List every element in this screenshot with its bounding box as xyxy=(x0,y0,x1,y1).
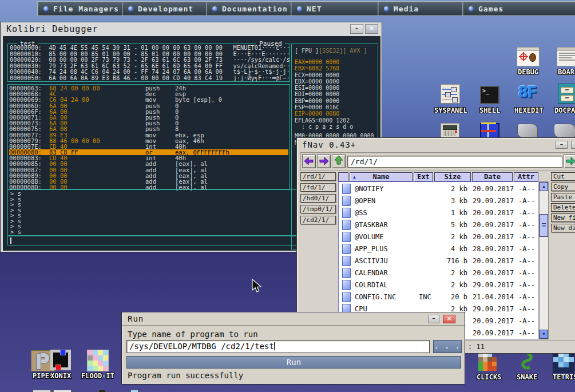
file-icon xyxy=(342,208,351,218)
pipe-stem xyxy=(37,354,41,369)
back-button[interactable] xyxy=(302,155,316,168)
chip-icon[interactable] xyxy=(554,124,575,138)
place-button-hd01[interactable]: /hd0/1/ xyxy=(300,194,336,203)
minimize-icon[interactable]: – xyxy=(428,315,439,323)
shell-icon[interactable]: >_ xyxy=(480,86,499,104)
action-button-copy[interactable]: Copy xyxy=(551,183,575,191)
menu-item-label: Development xyxy=(138,5,193,13)
go-button[interactable] xyxy=(564,155,575,168)
partial-icon[interactable] xyxy=(130,390,138,392)
place-button-fd1[interactable]: /fd/1/ xyxy=(300,183,336,192)
column-header-icon[interactable] xyxy=(338,172,348,181)
action-button-new-dir[interactable]: New dir xyxy=(551,224,575,232)
scrollbar-thumb[interactable] xyxy=(540,214,548,237)
action-button-delete[interactable]: Delete xyxy=(551,203,575,212)
syspanel-icon[interactable] xyxy=(441,84,460,104)
file-size: 20 b xyxy=(413,293,467,301)
file-list-scrollbar[interactable]: ▲ ▼ xyxy=(539,181,549,339)
minimize-icon[interactable]: – xyxy=(350,24,363,34)
partial-icon[interactable] xyxy=(53,390,72,392)
fpu-tab[interactable]: [SSE32] xyxy=(319,47,343,54)
scroll-up-icon[interactable]: ▲ xyxy=(540,182,548,191)
chip-icon[interactable] xyxy=(517,124,538,138)
fpu-tab[interactable]: [ FPU ] xyxy=(295,47,319,54)
icon-window-titlebar xyxy=(557,47,575,51)
docpac-icon[interactable] xyxy=(558,84,575,104)
floodit-icon[interactable] xyxy=(87,350,109,371)
file-row[interactable]: @TASKBAR5 kb20.09.2017-A-- xyxy=(339,219,538,231)
menu-item-file-managers[interactable]: File Managers xyxy=(38,2,122,15)
run-button[interactable]: Run xyxy=(126,356,461,369)
run-dialog: Run – × Type name of program to run /sys… xyxy=(121,312,465,385)
hexedit-icon[interactable]: 8F xyxy=(518,84,538,102)
fnav-titlebar[interactable]: fNav 0.43+ – xyxy=(297,138,575,152)
file-row[interactable]: CONFIG.INCINC20 b21.04.2014-A-- xyxy=(339,291,538,303)
file-row[interactable]: @SS1 kb20.09.2017-A-- xyxy=(339,207,538,219)
run-prompt-label: Type name of program to run xyxy=(128,330,258,339)
file-row[interactable]: ASCIIVJU716 b20.09.2017-A-- xyxy=(339,255,538,267)
partial-icon[interactable] xyxy=(33,390,51,392)
menu-item-documentation[interactable]: Documentation xyxy=(207,2,291,15)
calculator-icon[interactable] xyxy=(441,123,459,138)
file-row[interactable]: CALENDAR2 kb20.09.2017-A-- xyxy=(339,267,538,279)
run-titlebar[interactable]: Run – × xyxy=(122,312,465,326)
slider-handle xyxy=(451,87,457,92)
parent-folder-button[interactable] xyxy=(332,155,346,168)
action-button-paste[interactable]: Paste xyxy=(551,193,575,201)
fpu-tab[interactable]: [ AVX ] xyxy=(343,47,367,54)
menu-item-development[interactable]: Development xyxy=(122,2,207,15)
hex-dump-row: 00000050: 6A 00 6A 0A 89 E3 B8 46 - 00 0… xyxy=(10,75,290,81)
icon-label: DOCPAC xyxy=(554,106,575,114)
scroll-down-icon[interactable]: ▼ xyxy=(540,330,548,339)
file-name: @OPEN xyxy=(355,197,375,205)
place-button-rd1[interactable]: /rd/1/ xyxy=(300,172,336,181)
column-header-attr[interactable]: Attr xyxy=(514,172,538,181)
file-size: 5 kb xyxy=(413,221,467,229)
file-date: 29.09.2017 xyxy=(473,197,513,205)
slider-handle xyxy=(452,97,458,102)
partial-icon[interactable] xyxy=(98,390,106,392)
file-attr: -A-- xyxy=(514,233,538,241)
menu-item-label: File Managers xyxy=(53,5,119,13)
menu-item-games[interactable]: Games xyxy=(463,2,575,15)
disasm-row[interactable]: 00000075:6A 08push8 xyxy=(9,126,288,132)
place-button-tmp01[interactable]: /tmp0/1/ xyxy=(300,205,336,213)
clicks-icon[interactable] xyxy=(478,353,498,371)
address-bar[interactable]: /rd/1/ xyxy=(347,156,562,168)
file-row[interactable]: APP_PLUS4 kb28.09.2017-A-- xyxy=(339,243,538,255)
debug-icon[interactable] xyxy=(517,47,540,66)
browse-button[interactable]: . . . xyxy=(433,340,462,353)
file-row[interactable]: @VOLUME2 kb20.09.2017-A-- xyxy=(339,231,538,243)
file-icon xyxy=(342,244,351,254)
action-button-new-fil[interactable]: New fil xyxy=(551,213,575,222)
debugger-titlebar[interactable]: Kolibri Debugger – × xyxy=(1,22,382,36)
close-icon[interactable]: × xyxy=(365,24,378,34)
crosshair-line xyxy=(519,56,528,57)
menu-item-net[interactable]: NET xyxy=(291,2,378,15)
column-header-date[interactable]: Date xyxy=(472,172,513,181)
register-value: ECX=0000 0000 xyxy=(295,72,375,78)
xonix-icon[interactable] xyxy=(50,350,71,370)
column-header-size[interactable]: Size xyxy=(434,172,471,181)
file-size: 2 kb xyxy=(413,185,467,193)
close-icon[interactable]: × xyxy=(443,315,455,323)
file-row[interactable]: COLRDIAL2 kb29.09.2017-A-- xyxy=(339,279,538,291)
place-button-cd21[interactable]: /cd2/1/ xyxy=(300,216,336,224)
minimize-icon[interactable]: – xyxy=(556,141,568,149)
program-path-input[interactable]: /sys/DEVELOP/MTDBG /cd2/1/test xyxy=(126,340,430,353)
file-name: @VOLUME xyxy=(355,233,384,241)
icon-label: HEXEDIT xyxy=(514,106,544,114)
snake-icon[interactable] xyxy=(517,351,535,371)
menu-item-media[interactable]: Media xyxy=(378,2,463,15)
column-header-ext[interactable]: Ext xyxy=(414,172,433,181)
icon-label: SYSPANEL xyxy=(434,106,467,114)
column-header-name[interactable]: ▲Name xyxy=(350,172,413,181)
file-date: 20.09.2017 xyxy=(473,233,513,241)
register-value: : c p a z s d o xyxy=(295,124,375,130)
forward-button[interactable] xyxy=(317,155,331,168)
board-icon[interactable] xyxy=(557,47,575,66)
file-row[interactable]: @NOTIFY2 kb20.09.2017-A-- xyxy=(339,183,538,195)
close-icon[interactable] xyxy=(571,141,575,149)
file-row[interactable]: @OPEN3 kb29.09.2017-A-- xyxy=(339,195,538,207)
action-button-cut[interactable]: Cut xyxy=(551,172,575,181)
